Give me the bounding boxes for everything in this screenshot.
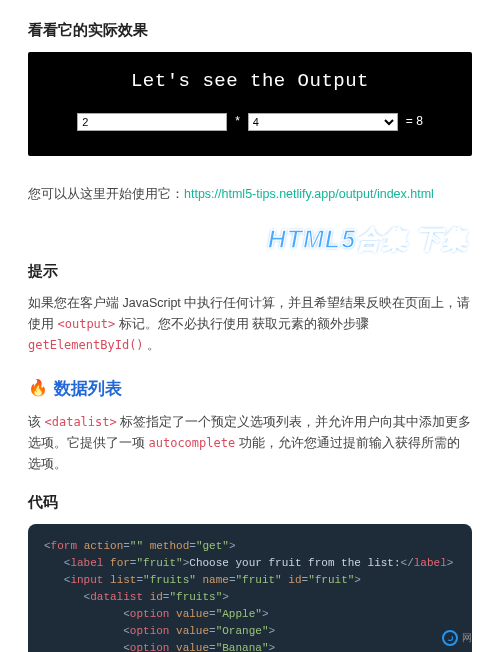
fire-icon: 🔥: [28, 375, 48, 401]
heading-tips: 提示: [28, 259, 472, 283]
watermark-text: HTML5合集 下集: [28, 219, 472, 259]
multiply-symbol: *: [235, 112, 240, 131]
demo-row: * 4 = 8: [28, 112, 472, 131]
operand-a-input[interactable]: [77, 113, 227, 131]
code-output-tag: <output>: [57, 317, 115, 331]
heading-datalist: 🔥 数据列表: [28, 375, 472, 402]
tips-paragraph: 如果您在客户端 JavaScript 中执行任何计算，并且希望结果反映在页面上，…: [28, 293, 472, 357]
code-getid: getElementById(): [28, 338, 144, 352]
output-demo-panel: Let's see the Output * 4 = 8: [28, 52, 472, 156]
code-datalist-tag: <datalist>: [44, 415, 116, 429]
heading-code: 代码: [28, 490, 472, 514]
code-block: <form action="" method="get"> <label for…: [28, 524, 472, 652]
usage-paragraph: 您可以从这里开始使用它：https://html5-tips.netlify.a…: [28, 184, 472, 205]
equals-result: = 8: [406, 112, 423, 131]
demo-title: Let's see the Output: [28, 66, 472, 96]
demo-url-link[interactable]: https://html5-tips.netlify.app/output/in…: [184, 187, 434, 201]
heading-effect: 看看它的实际效果: [28, 18, 472, 42]
code-autocomplete: autocomplete: [148, 436, 235, 450]
footer-watermark: 网: [442, 630, 472, 646]
logo-icon: [442, 630, 458, 646]
code-content: <form action="" method="get"> <label for…: [44, 538, 456, 652]
operand-b-select[interactable]: 4: [248, 113, 398, 131]
datalist-paragraph: 该 <datalist> 标签指定了一个预定义选项列表，并允许用户向其中添加更多…: [28, 412, 472, 476]
